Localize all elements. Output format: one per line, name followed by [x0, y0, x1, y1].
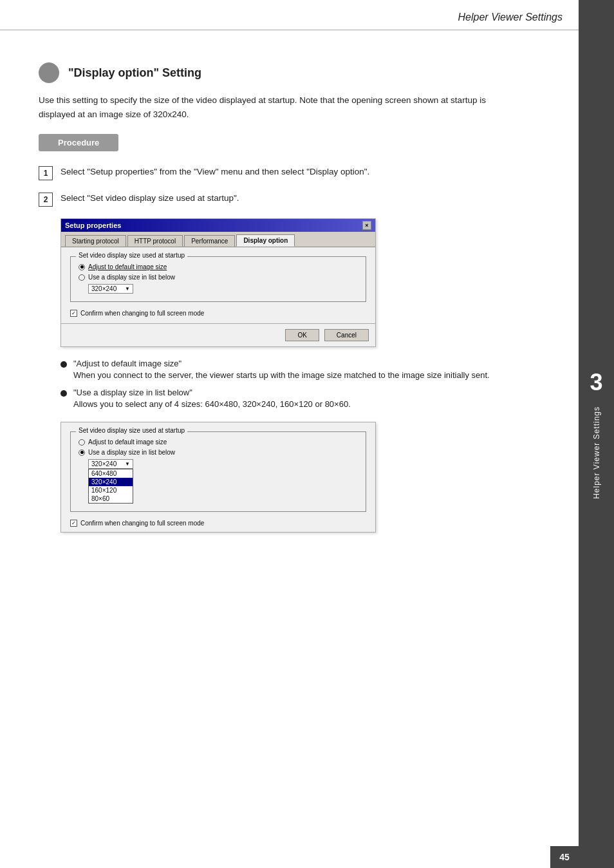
dropdown-arrow-icon-2: ▼ — [125, 461, 130, 467]
section-heading-row: "Display option" Setting — [39, 62, 524, 83]
dialog-close-button[interactable]: × — [362, 221, 371, 230]
tab-starting-protocol[interactable]: Starting protocol — [65, 235, 126, 247]
step-1-text: Select "Setup properties" from the "View… — [60, 165, 369, 178]
dialog-group-box-2: Set video display size used at startup A… — [70, 431, 366, 512]
group-label: Set video display size used at startup — [76, 252, 187, 259]
dialog-body: Set video display size used at startup A… — [61, 247, 375, 323]
dropdown-option-320[interactable]: 320×240 — [89, 478, 133, 486]
step-1-number: 1 — [39, 166, 53, 180]
dialog-body-2: Set video display size used at startup A… — [61, 422, 375, 532]
procedure-badge: Procedure — [39, 134, 524, 165]
chapter-title: Helper Viewer Settings — [592, 406, 601, 499]
page-number: 45 — [550, 846, 579, 868]
display-size-dropdown-2[interactable]: 320×240 ▼ — [88, 459, 133, 469]
dialog-screenshot-1: Setup properties × Starting protocol HTT… — [60, 218, 376, 347]
radio-adjust-dot — [79, 264, 85, 270]
section-circle-icon — [39, 62, 59, 83]
bullet-content-1: "Adjust to default image size" When you … — [73, 359, 490, 380]
bullet-title-1: "Adjust to default image size" — [73, 359, 490, 368]
group-label-2: Set video display size used at startup — [76, 427, 187, 434]
dropdown-row: 320×240 ▼ — [88, 284, 358, 294]
bullet-desc-1: When you connect to the server, the view… — [73, 370, 490, 380]
radio2-display-size-label: Use a display size in list below — [88, 449, 175, 456]
section-heading: "Display option" Setting — [68, 66, 201, 80]
bullet-section: "Adjust to default image size" When you … — [60, 359, 524, 409]
dialog-footer: OK Cancel — [61, 323, 375, 346]
radio2-display-size-dot — [79, 449, 85, 456]
dropdown-value: 320×240 — [91, 285, 116, 292]
dropdown-row-2: 320×240 ▼ 640×480 320×240 160×120 80×60 — [88, 459, 358, 504]
dropdown-option-160[interactable]: 160×120 — [89, 486, 133, 495]
radio2-display-size[interactable]: Use a display size in list below — [79, 449, 358, 456]
chapter-number: 3 — [590, 369, 602, 396]
dropdown-option-80[interactable]: 80×60 — [89, 495, 133, 503]
bullet-item-2: "Use a display size in list below" Allow… — [60, 388, 524, 409]
radio-display-size-label: Use a display size in list below — [88, 274, 175, 281]
dropdown-arrow-icon: ▼ — [125, 286, 130, 292]
tab-display-option[interactable]: Display option — [236, 234, 295, 247]
bullet-circle-1 — [60, 361, 67, 368]
display-size-dropdown[interactable]: 320×240 ▼ — [88, 284, 133, 294]
tab-http-protocol[interactable]: HTTP protocol — [127, 235, 183, 247]
dropdown-value-2: 320×240 — [91, 460, 116, 467]
radio2-adjust-label: Adjust to default image size — [88, 439, 167, 446]
page-header: Helper Viewer Settings — [0, 0, 614, 30]
checkbox-fullscreen[interactable]: ✓ Confirm when changing to full screen m… — [70, 310, 366, 317]
checkbox-fullscreen-box: ✓ — [70, 310, 77, 317]
ok-button[interactable]: OK — [285, 329, 319, 341]
checkbox-fullscreen-label-2: Confirm when changing to full screen mod… — [80, 520, 204, 527]
main-content: "Display option" Setting Use this settin… — [0, 30, 575, 558]
radio-display-size[interactable]: Use a display size in list below — [79, 274, 358, 281]
radio-adjust-label: Adjust to default image size — [88, 263, 167, 270]
checkbox-fullscreen-box-2: ✓ — [70, 520, 77, 527]
dialog-titlebar: Setup properties × — [61, 219, 375, 232]
cancel-button[interactable]: Cancel — [324, 329, 369, 341]
radio2-adjust-dot — [79, 439, 85, 446]
step-2-row: 2 Select "Set video display size used at… — [39, 192, 524, 207]
checkbox-fullscreen-2[interactable]: ✓ Confirm when changing to full screen m… — [70, 520, 366, 527]
step-2-number: 2 — [39, 193, 53, 207]
tab-performance[interactable]: Performance — [184, 235, 235, 247]
bullet-content-2: "Use a display size in list below" Allow… — [73, 388, 351, 409]
bullet-desc-2: Allows you to select any of 4 sizes: 640… — [73, 399, 351, 409]
dropdown-option-640[interactable]: 640×480 — [89, 469, 133, 478]
dialog-screenshot-2: Set video display size used at startup A… — [60, 422, 376, 533]
step-1-row: 1 Select "Setup properties" from the "Vi… — [39, 165, 524, 180]
radio2-adjust[interactable]: Adjust to default image size — [79, 439, 358, 446]
section-description: Use this setting to specify the size of … — [39, 93, 524, 121]
dialog-group-box: Set video display size used at startup A… — [70, 256, 366, 302]
bullet-item-1: "Adjust to default image size" When you … — [60, 359, 524, 380]
checkbox-fullscreen-label: Confirm when changing to full screen mod… — [80, 310, 204, 317]
step-2-text: Select "Set video display size used at s… — [60, 192, 239, 205]
dropdown-open-container: 320×240 ▼ 640×480 320×240 160×120 80×60 — [88, 459, 133, 504]
dialog-title: Setup properties — [65, 222, 121, 229]
dialog-tabs: Starting protocol HTTP protocol Performa… — [61, 232, 375, 247]
dropdown-open-list: 640×480 320×240 160×120 80×60 — [88, 469, 133, 504]
bullet-title-2: "Use a display size in list below" — [73, 388, 351, 397]
radio-display-size-dot — [79, 274, 85, 281]
bullet-circle-2 — [60, 390, 67, 397]
right-sidebar: 3 Helper Viewer Settings — [579, 0, 614, 868]
radio-adjust[interactable]: Adjust to default image size — [79, 263, 358, 270]
header-title: Helper Viewer Settings — [458, 12, 563, 23]
